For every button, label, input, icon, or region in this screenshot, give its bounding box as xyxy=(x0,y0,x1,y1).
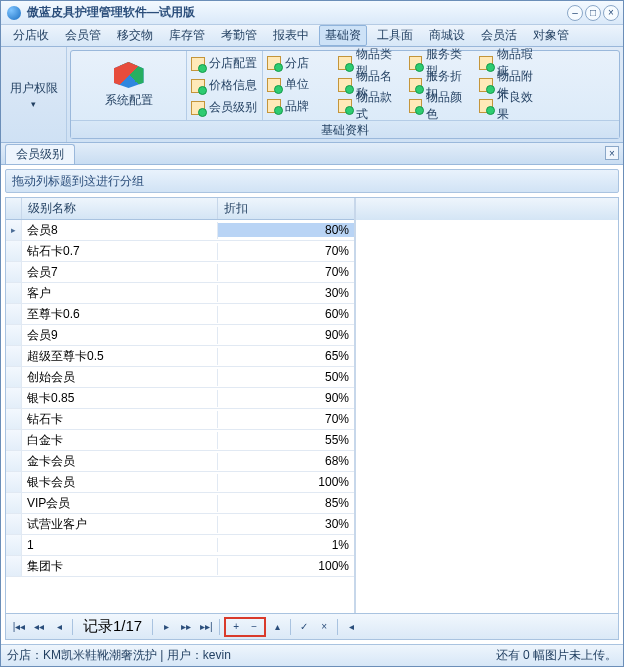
ribbon-small-icon xyxy=(191,101,205,115)
cell-name[interactable]: 会员9 xyxy=(22,327,218,344)
table-row[interactable]: 银卡0.8590% xyxy=(6,388,354,409)
cell-discount[interactable]: 70% xyxy=(218,244,354,258)
cell-discount[interactable]: 30% xyxy=(218,286,354,300)
cell-discount[interactable]: 70% xyxy=(218,412,354,426)
menu-item[interactable]: 分店收 xyxy=(7,25,55,46)
table-row[interactable]: 至尊卡0.660% xyxy=(6,304,354,325)
ribbon-item[interactable]: 分店 xyxy=(267,53,332,73)
nav-last-button[interactable]: ▸▸| xyxy=(197,618,215,636)
cell-name[interactable]: 1 xyxy=(22,538,218,552)
cell-discount[interactable]: 80% xyxy=(218,223,354,237)
nav-cancel-button[interactable]: × xyxy=(315,618,333,636)
nav-prev-page-button[interactable]: ◂◂ xyxy=(30,618,48,636)
col-header-discount[interactable]: 折扣 xyxy=(218,198,354,219)
cell-name[interactable]: 至尊卡0.6 xyxy=(22,306,218,323)
cell-discount[interactable]: 65% xyxy=(218,349,354,363)
ribbon-item[interactable]: 物品颜色 xyxy=(409,96,474,116)
cell-discount[interactable]: 70% xyxy=(218,265,354,279)
ribbon-item[interactable]: 价格信息 xyxy=(191,76,258,96)
ribbon-item[interactable]: 分店配置 xyxy=(191,54,258,74)
table-row[interactable]: 客户30% xyxy=(6,283,354,304)
tab-member-level[interactable]: 会员级别 xyxy=(5,144,75,164)
table-row[interactable]: 白金卡55% xyxy=(6,430,354,451)
cell-name[interactable]: 试营业客户 xyxy=(22,516,218,533)
table-row[interactable]: 试营业客户30% xyxy=(6,514,354,535)
cell-name[interactable]: 超级至尊卡0.5 xyxy=(22,348,218,365)
cell-discount[interactable]: 60% xyxy=(218,307,354,321)
cell-discount[interactable]: 1% xyxy=(218,538,354,552)
menu-item[interactable]: 对象管 xyxy=(527,25,575,46)
ribbon-item[interactable]: 会员级别 xyxy=(191,98,258,118)
ribbon-item[interactable]: 单位 xyxy=(267,75,332,95)
table-row[interactable]: 集团卡100% xyxy=(6,556,354,577)
table-row[interactable]: 超级至尊卡0.565% xyxy=(6,346,354,367)
table-row[interactable]: VIP会员85% xyxy=(6,493,354,514)
maximize-button[interactable]: □ xyxy=(585,5,601,21)
table-row[interactable]: 会员770% xyxy=(6,262,354,283)
indicator-header[interactable] xyxy=(6,198,22,219)
nav-expand-button[interactable]: ◂ xyxy=(342,618,360,636)
minimize-button[interactable]: – xyxy=(567,5,583,21)
cell-discount[interactable]: 50% xyxy=(218,370,354,384)
menu-item[interactable]: 商城设 xyxy=(423,25,471,46)
nav-prev-button[interactable]: ◂ xyxy=(50,618,68,636)
close-button[interactable]: × xyxy=(603,5,619,21)
nav-confirm-button[interactable]: ✓ xyxy=(295,618,313,636)
cell-name[interactable]: 钻石卡 xyxy=(22,411,218,428)
cell-name[interactable]: 集团卡 xyxy=(22,558,218,575)
cell-name[interactable]: 会员8 xyxy=(22,222,218,239)
cell-name[interactable]: 白金卡 xyxy=(22,432,218,449)
col-header-name[interactable]: 级别名称 xyxy=(22,198,218,219)
nav-delete-button[interactable]: − xyxy=(245,618,263,636)
cell-discount[interactable]: 85% xyxy=(218,496,354,510)
cell-discount[interactable]: 30% xyxy=(218,517,354,531)
cell-name[interactable]: 金卡会员 xyxy=(22,453,218,470)
table-row[interactable]: 金卡会员68% xyxy=(6,451,354,472)
menu-item[interactable]: 报表中 xyxy=(267,25,315,46)
menu-item[interactable]: 会员活 xyxy=(475,25,523,46)
menu-item[interactable]: 移交物 xyxy=(111,25,159,46)
tab-close-button[interactable]: × xyxy=(605,146,619,160)
menu-item[interactable]: 基础资 xyxy=(319,25,367,46)
cell-discount[interactable]: 90% xyxy=(218,391,354,405)
ribbon-user-perm[interactable]: 用户权限 ▾ xyxy=(1,47,67,142)
table-row[interactable]: ▸会员880% xyxy=(6,220,354,241)
ribbon-item[interactable]: 品牌 xyxy=(267,96,332,116)
status-left: 分店：KM凯米鞋靴潮奢洗护 | 用户：kevin xyxy=(7,647,231,664)
ribbon-item[interactable]: 物品款式 xyxy=(338,96,403,116)
ribbon-item[interactable]: 不良效果 xyxy=(479,96,544,116)
menu-item[interactable]: 库存管 xyxy=(163,25,211,46)
cell-discount[interactable]: 100% xyxy=(218,559,354,573)
nav-first-button[interactable]: |◂◂ xyxy=(10,618,28,636)
nav-next-page-button[interactable]: ▸▸ xyxy=(177,618,195,636)
row-indicator xyxy=(6,241,22,261)
menu-item[interactable]: 考勤管 xyxy=(215,25,263,46)
nav-edit-button[interactable]: ▴ xyxy=(268,618,286,636)
menu-item[interactable]: 会员管 xyxy=(59,25,107,46)
cell-discount[interactable]: 90% xyxy=(218,328,354,342)
nav-add-button[interactable]: + xyxy=(227,618,245,636)
cell-name[interactable]: 银卡0.85 xyxy=(22,390,218,407)
system-config-button[interactable]: 系统配置 xyxy=(71,51,187,120)
table-row[interactable]: 钻石卡0.770% xyxy=(6,241,354,262)
statusbar: 分店：KM凯米鞋靴潮奢洗护 | 用户：kevin 还有 0 幅图片未上传。 xyxy=(1,644,623,666)
cell-discount[interactable]: 100% xyxy=(218,475,354,489)
table-row[interactable]: 钻石卡70% xyxy=(6,409,354,430)
menu-item[interactable]: 工具面 xyxy=(371,25,419,46)
cell-name[interactable]: VIP会员 xyxy=(22,495,218,512)
system-config-label: 系统配置 xyxy=(105,92,153,109)
table-row[interactable]: 创始会员50% xyxy=(6,367,354,388)
cell-name[interactable]: 银卡会员 xyxy=(22,474,218,491)
cell-name[interactable]: 客户 xyxy=(22,285,218,302)
table-row[interactable]: 11% xyxy=(6,535,354,556)
cell-name[interactable]: 会员7 xyxy=(22,264,218,281)
cell-discount[interactable]: 68% xyxy=(218,454,354,468)
group-hint[interactable]: 拖动列标题到这进行分组 xyxy=(5,169,619,193)
table-row[interactable]: 银卡会员100% xyxy=(6,472,354,493)
nav-next-button[interactable]: ▸ xyxy=(157,618,175,636)
table-row[interactable]: 会员990% xyxy=(6,325,354,346)
cell-name[interactable]: 钻石卡0.7 xyxy=(22,243,218,260)
ribbon-small-icon xyxy=(267,78,281,92)
cell-name[interactable]: 创始会员 xyxy=(22,369,218,386)
cell-discount[interactable]: 55% xyxy=(218,433,354,447)
